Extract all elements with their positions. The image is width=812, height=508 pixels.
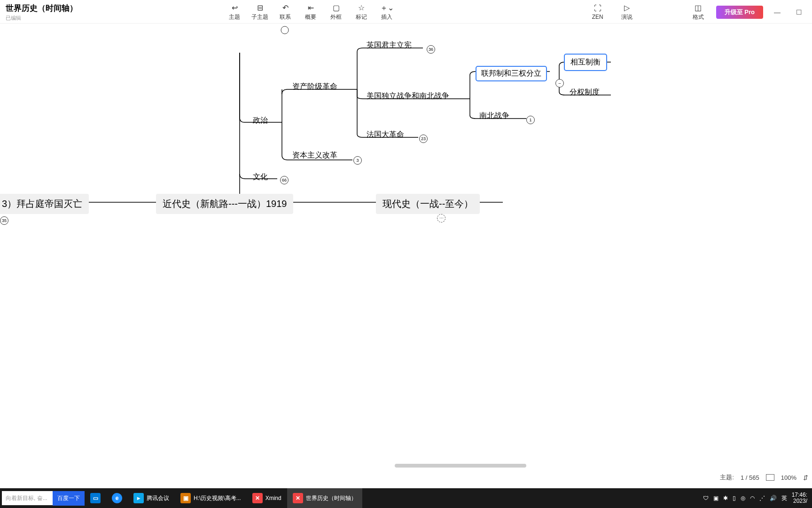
edit-status: 已编辑 [6,15,78,22]
timeline-node-byzantine[interactable]: 3）拜占庭帝国灭亡 [0,194,89,214]
tray-bluetooth-icon[interactable]: ✱ [723,495,728,501]
tray-clock[interactable]: 17:46: 2023/ [792,492,807,504]
node-capitalist-reform[interactable]: 资本主义改革 [292,151,337,160]
mindmap-canvas[interactable]: 政治 文化 资产阶级革命 资本主义改革 英国君主立宪 美国独立战争和南北战争 法… [0,24,812,466]
status-bar: 主题: 1 / 565 100% ⇵ [720,473,808,482]
topic-icon: ↩ [232,4,238,12]
expand-modern[interactable]: ⋯ [437,214,445,222]
zoom-level[interactable]: 100% [781,474,796,481]
node-civil-war[interactable]: 南北战争 [479,111,509,121]
count-uk[interactable]: 36 [427,45,435,54]
count-french[interactable]: 23 [419,135,428,143]
toolbar-right: ⛶ZEN ▷演说 ◫格式 升级至 Pro — ☐ [586,3,806,22]
topic-button[interactable]: ↩主题 [223,3,246,22]
taskbar-edge[interactable]: e [106,488,128,508]
summary-icon: ⇤ [308,4,314,12]
node-separation-system[interactable]: 分权制度 [570,87,600,97]
relationship-icon: ↶ [282,4,289,12]
taskbar-xmind[interactable]: ✕Xmind [247,488,287,508]
zen-icon: ⛶ [594,4,601,13]
insert-button[interactable]: ＋⌄插入 [375,3,398,22]
minimize-button[interactable]: — [770,8,785,16]
horizontal-scrollbar[interactable] [395,464,526,468]
count-culture[interactable]: 66 [280,176,289,184]
tray-language[interactable]: 英 [781,494,787,502]
relationship-button[interactable]: ↶联系 [274,3,297,22]
connector-lines [0,24,812,466]
topics-label: 主题: [720,473,734,482]
tray-app-icon[interactable]: ▣ [713,495,718,501]
node-us-independence-civil-war[interactable]: 美国独立战争和南北战争 [367,91,449,101]
baidu-search-button[interactable]: 百度一下 [53,491,85,506]
title-section: 世界历史（时间轴） 已编辑 [6,3,78,22]
insert-icon: ＋⌄ [380,4,394,12]
upgrade-pro-button[interactable]: 升级至 Pro [716,6,763,19]
zoom-stepper-icon[interactable]: ⇵ [803,474,808,481]
maximize-button[interactable]: ☐ [791,8,806,16]
count-left[interactable]: 35 [0,216,8,225]
timeline-node-early-modern[interactable]: 近代史（新航路---一战）1919 [156,194,293,214]
windows-taskbar: 向着新目标, 奋... 百度一下 ▭ e ▸腾讯会议 ▣H:\历史视频\高考..… [0,488,812,508]
zen-button[interactable]: ⛶ZEN [586,3,609,22]
node-checks-balances[interactable]: 相互制衡 [564,54,607,71]
count-civil[interactable]: 1 [526,116,535,124]
present-button[interactable]: ▷演说 [616,3,638,22]
taskbar-xmind-doc[interactable]: ✕世界历史（时间轴） [287,488,362,508]
node-federal-separation-powers[interactable]: 联邦制和三权分立 [476,66,547,81]
svg-point-0 [281,26,289,34]
main-toolbar: ↩主题 ⊟子主题 ↶联系 ⇤概要 ▢外框 ☆标记 ＋⌄插入 [223,3,398,22]
tray-network-icon[interactable]: ◠ [750,495,755,501]
node-uk-monarchy[interactable]: 英国君主立宪 [367,40,412,50]
topics-count: 1 / 565 [741,474,759,481]
tray-shield-icon[interactable]: 🛡 [703,495,709,501]
format-icon: ◫ [695,4,702,12]
count-reform[interactable]: 3 [353,156,362,165]
timeline-node-modern[interactable]: 现代史（一战--至今） [376,194,480,214]
node-french-revolution[interactable]: 法国大革命 [367,130,404,140]
subtopic-icon: ⊟ [257,4,263,12]
marker-button[interactable]: ☆标记 [350,3,373,22]
node-politics[interactable]: 政治 [253,116,268,126]
taskbar-folder[interactable]: ▣H:\历史视频\高考... [175,488,247,508]
tray-volume-icon[interactable]: 🔊 [770,495,777,501]
format-button[interactable]: ◫格式 [687,3,710,22]
node-bourgeois-revolution[interactable]: 资产阶级革命 [292,82,337,92]
expand-federal[interactable]: – [555,79,564,87]
summary-button[interactable]: ⇤概要 [299,3,322,22]
taskbar-tencent-meeting[interactable]: ▸腾讯会议 [128,488,175,508]
taskbar-search[interactable]: 向着新目标, 奋... [2,491,53,505]
minimap-icon[interactable] [766,474,774,481]
boundary-icon: ▢ [333,4,340,12]
tray-battery-icon[interactable]: ▯ [733,495,736,501]
tray-nvidia-icon[interactable]: ◎ [741,495,745,501]
marker-icon: ☆ [358,4,365,12]
titlebar: 世界历史（时间轴） 已编辑 ↩主题 ⊟子主题 ↶联系 ⇤概要 ▢外框 ☆标记 ＋… [0,0,812,24]
document-title: 世界历史（时间轴） [6,3,78,14]
system-tray: 🛡 ▣ ✱ ▯ ◎ ◠ ⋰ 🔊 英 17:46: 2023/ [698,492,812,504]
tray-wifi-icon[interactable]: ⋰ [759,495,765,501]
subtopic-button[interactable]: ⊟子主题 [249,3,271,22]
present-icon: ▷ [624,4,630,12]
taskbar-explorer[interactable]: ▭ [85,488,106,508]
boundary-button[interactable]: ▢外框 [325,3,347,22]
node-culture[interactable]: 文化 [253,172,268,182]
